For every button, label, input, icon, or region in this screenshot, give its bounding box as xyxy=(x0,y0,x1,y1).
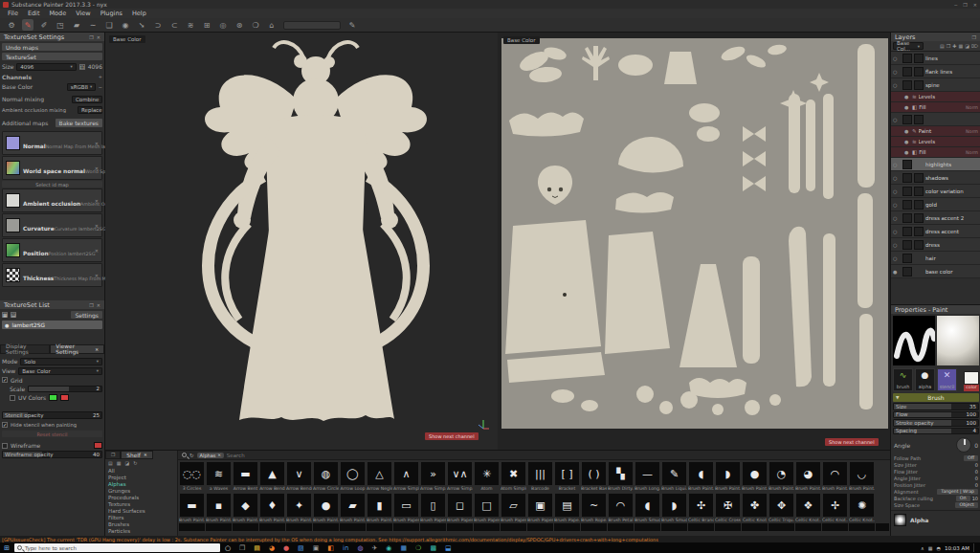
layer-row[interactable]: ○ gold xyxy=(891,198,980,211)
app-green-icon[interactable]: ❍ xyxy=(415,543,421,553)
scale-slider[interactable]: 2 xyxy=(28,386,102,392)
mesh-map-item[interactable]: PositionPosition lambert2SG ✕ xyxy=(2,238,102,262)
uv-color-v-swatch[interactable] xyxy=(60,394,69,401)
shelf-item[interactable]: ▪ Brush Paint... xyxy=(206,493,232,523)
shelf-item[interactable]: ▰ Brush Paint... xyxy=(340,493,366,523)
mesh-map-item[interactable]: World space normalWorld Space Normals la… xyxy=(2,156,102,180)
plane-icon[interactable]: ✈ xyxy=(371,543,377,553)
shelf-item[interactable]: ◻ Brush Paper... xyxy=(447,493,473,523)
clear-map-button[interactable]: ✕ xyxy=(95,198,99,204)
eye-icon[interactable]: ○ xyxy=(893,175,899,181)
app-red-icon[interactable]: ● xyxy=(283,543,289,553)
layer-row[interactable]: ○ shadows xyxy=(891,171,980,185)
mirror-tool[interactable]: ⊂ xyxy=(168,19,180,31)
shelf-refresh-icon[interactable]: ↻ xyxy=(133,460,137,466)
shelf-item[interactable]: ∨∧ Arrow Simp... xyxy=(447,461,473,492)
pen-settings-icon[interactable]: ✎ xyxy=(346,19,358,31)
shelf-category[interactable]: All xyxy=(108,468,174,475)
delete-icon[interactable]: ⌦ xyxy=(971,43,978,49)
shelf-category[interactable]: Brushes xyxy=(108,521,174,528)
shelf-item[interactable]: ✺ Celtic Knot... xyxy=(849,493,875,523)
app-blue-icon[interactable]: ▨ xyxy=(298,543,304,553)
clear-map-button[interactable]: ✕ xyxy=(95,166,99,171)
eye-icon[interactable]: ○ xyxy=(893,188,899,194)
shelf-item[interactable]: ◌◌ 3 Circles xyxy=(179,461,205,492)
ao-mixing-dropdown[interactable]: Replace xyxy=(78,106,102,114)
eye-icon[interactable]: ● xyxy=(893,269,899,275)
app-teal2-icon[interactable]: ▩ xyxy=(430,543,436,553)
shelf-item[interactable]: ◡ Brush Paint... xyxy=(849,461,875,492)
shelf-item[interactable]: » Arrow Simp... xyxy=(420,461,446,492)
shelf-item[interactable]: ✥ Celtic Triqu... xyxy=(768,493,794,523)
shelf-folder-icon[interactable]: ▤ xyxy=(108,460,113,466)
layer-row[interactable]: ● base color xyxy=(891,265,980,278)
add-channel-button[interactable]: + xyxy=(99,74,102,79)
list-view-icon[interactable]: ▤ xyxy=(11,312,16,318)
shelf-dock-icon[interactable]: ❐ xyxy=(105,451,121,459)
layer-row[interactable]: ○ xyxy=(891,113,980,126)
brush-slider[interactable]: Flow 100 xyxy=(893,411,979,419)
brush-section-header[interactable]: ▼Brush xyxy=(893,393,979,402)
dock-icon[interactable]: ❐ xyxy=(89,34,93,40)
taskbar-search[interactable]: Type here to search xyxy=(14,543,220,552)
uv-colors-checkbox[interactable] xyxy=(10,395,15,401)
eye-icon[interactable]: ○ xyxy=(893,229,899,234)
path-tool[interactable]: ➘ xyxy=(136,19,147,31)
filter-icon[interactable]: ▤ xyxy=(940,43,945,49)
shelf-item[interactable]: [ ] Bracket xyxy=(554,461,580,492)
close-icon[interactable]: ✕ xyxy=(97,34,100,40)
wireframe-color-swatch[interactable] xyxy=(94,442,102,449)
search-input[interactable]: Search xyxy=(227,453,245,458)
shelf-item[interactable]: ◗ Brush Smud... xyxy=(661,493,687,523)
shelf-item[interactable]: ▤ Brush Pape... xyxy=(554,493,580,523)
layer-row[interactable]: ● ◧ Fill Norm xyxy=(891,147,980,158)
shelf-item[interactable]: ▚ Brush Dirty... xyxy=(608,461,634,492)
eye-icon[interactable]: ○ xyxy=(893,215,899,221)
shelf-item[interactable]: ❖ Celtic Knot... xyxy=(795,493,821,523)
alignment-button[interactable]: Tangent | Wrap xyxy=(937,489,978,495)
shelf-item[interactable]: ▬ Brush Paint... xyxy=(179,493,205,523)
layer-row[interactable]: ● ≋ Levels xyxy=(891,92,980,102)
alpha-thumbnail[interactable] xyxy=(894,514,906,526)
eraser-tool[interactable]: ✐ xyxy=(38,19,50,31)
base-color-format-dropdown[interactable]: sRGB8▾ xyxy=(67,83,96,91)
shelf-item[interactable]: ◠ Brush Petal xyxy=(608,493,634,523)
layer-blend-dropdown[interactable]: Base Col...▾ xyxy=(893,42,924,50)
start-button[interactable]: ⊞ xyxy=(4,544,10,552)
tray-up-icon[interactable]: ∧ xyxy=(921,545,924,551)
shelf-item[interactable]: ||| Barcode xyxy=(527,461,553,492)
layer-row[interactable]: ● ✎ Paint Norm xyxy=(891,126,980,137)
textureset-settings-button[interactable]: Settings xyxy=(71,311,102,319)
shelf-item[interactable]: ◯ Arrow Loop xyxy=(340,461,366,492)
shelf-item[interactable]: △ Arrow Negle xyxy=(367,461,392,492)
photos-icon[interactable]: ▦ xyxy=(400,543,407,553)
shelf-item[interactable]: ▬ Arrow Bent xyxy=(233,461,258,492)
layer-row[interactable]: ○ lines xyxy=(891,52,980,65)
shelf-item[interactable]: ▱ Brush Paper... xyxy=(501,493,526,523)
shelf-item[interactable]: — Brush Long... xyxy=(635,461,660,492)
eye-icon[interactable]: ○ xyxy=(893,69,899,75)
uv-color-u-swatch[interactable] xyxy=(49,394,57,401)
stencil-tile[interactable]: ✕stencil xyxy=(937,368,957,391)
textureset-list-item[interactable]: ● lambert2SG xyxy=(2,321,102,329)
clear-map-button[interactable]: ✕ xyxy=(95,141,99,146)
shelf-item[interactable]: ✠ Celtic Cross xyxy=(715,493,741,523)
circle-tool[interactable]: ❍ xyxy=(250,19,261,31)
folder-icon[interactable]: ❐ xyxy=(947,43,950,49)
shelf-category[interactable]: Grunges xyxy=(108,488,174,495)
shelf-item[interactable]: ✎ Brush Liqui... xyxy=(661,461,687,492)
filter-tag[interactable]: Alphas✕ xyxy=(197,453,224,458)
shelf-item[interactable]: ✦ Brush Paint... xyxy=(286,493,312,523)
shelf-item[interactable]: ~ Brush Rope... xyxy=(581,493,607,523)
eye-icon[interactable]: ○ xyxy=(893,117,899,122)
jitter-row[interactable]: Position Jitter 0 xyxy=(891,481,980,488)
wireframe-opacity-slider[interactable]: Wireframe opacity 40 xyxy=(2,451,102,458)
clear-map-button[interactable]: ✕ xyxy=(95,248,99,254)
clear-map-button[interactable]: ✕ xyxy=(95,223,99,229)
polygon-fill-tool[interactable]: ▰ xyxy=(71,19,82,31)
maximize-button[interactable]: ❐ xyxy=(963,2,967,8)
shelf-item[interactable]: ≋ a Waves xyxy=(206,461,232,492)
textureset-button[interactable]: TextureSet xyxy=(2,53,102,60)
shelf-item[interactable]: ▯ Brush Paper... xyxy=(420,493,446,523)
eye-icon[interactable]: ○ xyxy=(893,82,899,88)
